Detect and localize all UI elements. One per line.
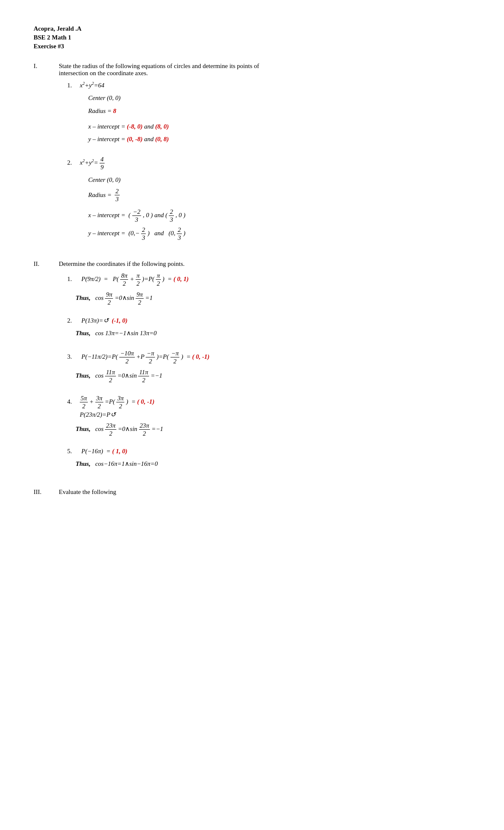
section-III-title: Evaluate the following — [59, 489, 470, 496]
section-II-content: Determine the coordinates if the followi… — [59, 260, 470, 480]
roman-numeral-II: II. — [34, 260, 59, 480]
roman-numeral-I: I. — [34, 63, 59, 252]
thus-II-2: Thus, cos 13π=−1∧sin 13π=0 — [76, 328, 470, 339]
answer-block-II-1: Thus, cos 9π 2 =0∧sin 9π 2 =1 — [76, 291, 470, 306]
center-I-1: Center (0, 0) — [88, 92, 470, 104]
section-II-title: Determine the coordinates if the followi… — [59, 260, 470, 268]
problem-I-2: 2. x2+y2= 4 9 Center (0, 0) Radius = — [67, 155, 470, 242]
answer-block-II-2: Thus, cos 13π=−1∧sin 13π=0 — [76, 328, 470, 339]
answer-block-II-3: Thus, cos 11π 2 =0∧sin 11π 2 =−1 — [76, 368, 470, 384]
answer-block-II-5: Thus, cos−16π=1∧sin−16π=0 — [76, 458, 470, 470]
problem-II-1-row: 1. P(9π/2) = P( 8π 2 + π 2 )= — [67, 272, 470, 287]
problem-II-4-row: 4. 5π 2 + 3π 2 =P( — [67, 394, 470, 418]
problem-I-2-row: 2. x2+y2= 4 9 — [67, 155, 470, 171]
problem-number-II-1: 1. — [67, 276, 80, 283]
radius-I-2: Radius = 2 3 — [88, 187, 470, 203]
problem-I-1: 1. x2+y2=64 Center (0, 0) Radius = 8 x –… — [67, 81, 470, 145]
problem-number-II-4: 4. — [67, 398, 80, 405]
section-II: II. Determine the coordinates if the fol… — [34, 260, 470, 480]
section-I: I. State the radius of the following equ… — [34, 63, 470, 252]
section-I-content: State the radius of the following equati… — [59, 63, 470, 252]
problem-number-II-2: 2. — [67, 317, 80, 324]
problem-number-1: 1. — [67, 82, 80, 89]
y-intercept-I-1: y – intercept = (0, -8) and (0, 8) — [88, 134, 470, 145]
thus-II-3: Thus, cos 11π 2 =0∧sin 11π 2 =−1 — [76, 368, 470, 384]
equation-II-4a: 5π 2 + 3π 2 =P( 3π 2 — [80, 394, 155, 410]
problem-I-1-row: 1. x2+y2=64 — [67, 81, 470, 89]
answer-block-I-2: Center (0, 0) Radius = 2 3 x – intercept… — [88, 174, 470, 242]
x-intercept-I-1: x – intercept = (-8, 0) and (8, 0) — [88, 121, 470, 132]
equation-I-2: x2+y2= 4 9 — [80, 155, 105, 171]
exercise-title: Exercise #3 — [34, 43, 470, 50]
answer-block-I-1: Center (0, 0) Radius = 8 x – intercept =… — [88, 92, 470, 145]
equation-II-5: P(−16π) = ( 1, 0) — [80, 448, 127, 455]
y-intercept-I-2: y – intercept = (0,− 2 3 ) and (0, 2 3 ) — [88, 226, 470, 242]
equation-II-2: P(13π)=↺ (-1, 0) — [80, 317, 128, 324]
section-I-title: State the radius of the following equati… — [59, 63, 470, 77]
problem-II-5: 5. P(−16π) = ( 1, 0) Thus, cos−16π=1∧sin… — [67, 448, 470, 470]
section-III: III. Evaluate the following — [34, 489, 470, 500]
problem-II-2: 2. P(13π)=↺ (-1, 0) Thus, cos 13π=−1∧sin… — [67, 317, 470, 339]
thus-II-5: Thus, cos−16π=1∧sin−16π=0 — [76, 458, 470, 470]
equation-II-3: P(−11π/2)=P( −10π 2 +P −π 2 )=P( −π — [80, 349, 210, 365]
center-I-2: Center (0, 0) — [88, 174, 470, 186]
thus-II-4: Thus, cos 23π 2 =0∧sin 23π 2 =−1 — [76, 422, 470, 437]
answer-block-II-4: Thus, cos 23π 2 =0∧sin 23π 2 =−1 — [76, 422, 470, 437]
header: Acopra, Jerald .A BSE 2 Math 1 Exercise … — [34, 25, 470, 50]
problem-II-2-row: 2. P(13π)=↺ (-1, 0) — [67, 317, 470, 324]
problem-number-II-3: 3. — [67, 353, 80, 360]
equation-II-4b: P(23π/2)=P↺ — [80, 411, 155, 418]
problem-II-4: 4. 5π 2 + 3π 2 =P( — [67, 394, 470, 437]
radius-I-1: Radius = 8 — [88, 105, 470, 117]
x-intercept-I-2: x – intercept = ( −2 3 , 0 ) and ( 2 3 ,… — [88, 208, 470, 223]
equation-II-1: P(9π/2) = P( 8π 2 + π 2 )=P( — [80, 272, 189, 287]
problem-II-5-row: 5. P(−16π) = ( 1, 0) — [67, 448, 470, 455]
problem-II-3: 3. P(−11π/2)=P( −10π 2 +P −π 2 )=P( — [67, 349, 470, 384]
course-name: BSE 2 Math 1 — [34, 34, 470, 41]
problem-II-1: 1. P(9π/2) = P( 8π 2 + π 2 )= — [67, 272, 470, 306]
problem-number-2: 2. — [67, 159, 80, 166]
section-III-content: Evaluate the following — [59, 489, 470, 500]
roman-numeral-III: III. — [34, 489, 59, 500]
equation-I-1: x2+y2=64 — [80, 81, 105, 89]
problem-number-II-5: 5. — [67, 448, 80, 455]
student-name: Acopra, Jerald .A — [34, 25, 470, 32]
problem-II-3-row: 3. P(−11π/2)=P( −10π 2 +P −π 2 )=P( — [67, 349, 470, 365]
thus-II-1: Thus, cos 9π 2 =0∧sin 9π 2 =1 — [76, 291, 470, 306]
